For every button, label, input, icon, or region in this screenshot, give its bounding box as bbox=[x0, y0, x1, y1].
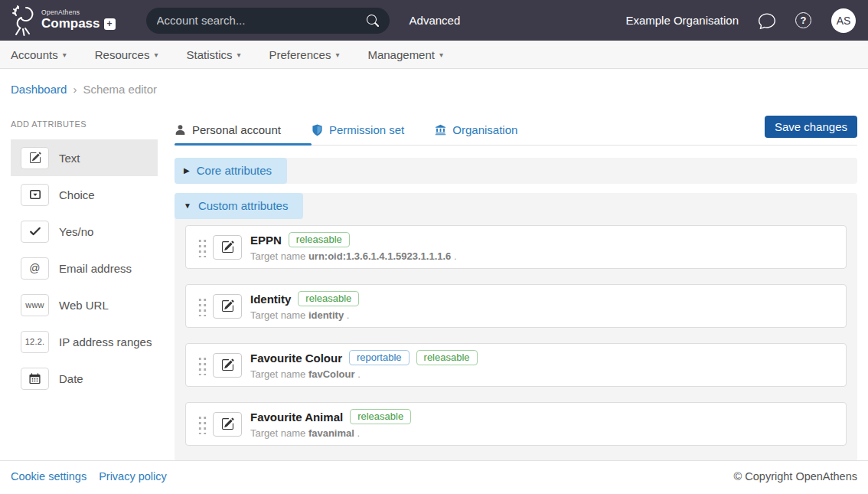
person-icon bbox=[175, 124, 186, 136]
releasable-badge: releasable bbox=[416, 350, 478, 365]
pencil-square-icon bbox=[21, 147, 49, 169]
user-avatar[interactable]: AS bbox=[831, 8, 856, 33]
attribute-name: Favourite Animal bbox=[250, 411, 343, 424]
sidebar-item-label: Date bbox=[59, 372, 83, 385]
tab-organisation[interactable]: Organisation bbox=[435, 115, 548, 145]
sidebar-item-label: IP address ranges bbox=[59, 335, 152, 348]
drag-handle-icon[interactable] bbox=[197, 414, 207, 434]
check-icon bbox=[21, 221, 49, 243]
cookie-settings-link[interactable]: Cookie settings bbox=[11, 470, 86, 483]
nav-preferences[interactable]: Preferences▾ bbox=[269, 48, 340, 61]
target-name-line: Target name favColour . bbox=[250, 368, 478, 380]
bank-icon bbox=[435, 124, 446, 136]
account-search-box[interactable] bbox=[146, 8, 390, 34]
attribute-name: Identity bbox=[250, 293, 291, 306]
reportable-badge: reportable bbox=[349, 350, 410, 365]
help-icon[interactable]: ? bbox=[795, 12, 811, 28]
save-changes-button[interactable]: Save changes bbox=[765, 116, 857, 138]
chevron-down-icon: ▾ bbox=[154, 51, 158, 59]
openathens-owl-logo-icon bbox=[9, 5, 37, 37]
target-name-line: Target name urn:oid:1.3.6.1.4.1.5923.1.1… bbox=[250, 250, 457, 262]
chevron-down-icon: ▾ bbox=[439, 51, 443, 59]
chat-icon[interactable] bbox=[759, 12, 775, 29]
attribute-card-favourite-colour: Favourite Colour reportable releasable T… bbox=[185, 343, 847, 387]
attribute-name: Favourite Colour bbox=[250, 352, 342, 365]
nav-management[interactable]: Management▾ bbox=[367, 48, 443, 61]
account-search-input[interactable] bbox=[157, 14, 367, 27]
target-name-line: Target name identity . bbox=[250, 309, 359, 321]
chevron-down-icon: ▾ bbox=[335, 51, 339, 59]
chevron-down-icon: ▾ bbox=[237, 51, 240, 59]
sidebar-item-text[interactable]: Text bbox=[11, 139, 158, 176]
custom-attributes-panel: ▼ Custom attributes EPPN releasable bbox=[175, 193, 857, 461]
edit-attribute-button[interactable] bbox=[213, 353, 242, 378]
releasable-badge: releasable bbox=[289, 232, 350, 247]
core-attributes-panel: ▶ Core attributes bbox=[175, 158, 857, 184]
expanded-arrow-icon: ▼ bbox=[184, 201, 191, 210]
ip-range-icon: 12.2. bbox=[21, 331, 49, 353]
at-sign-icon: @ bbox=[21, 257, 49, 280]
edit-attribute-button[interactable] bbox=[213, 294, 242, 319]
nav-resources[interactable]: Resources▾ bbox=[95, 48, 158, 61]
sidebar-item-email[interactable]: @ Email address bbox=[11, 250, 158, 286]
www-icon: www bbox=[21, 294, 49, 316]
shield-icon bbox=[312, 124, 323, 136]
custom-attributes-toggle[interactable]: ▼ Custom attributes bbox=[175, 193, 303, 219]
drag-handle-icon[interactable] bbox=[197, 355, 207, 375]
edit-attribute-button[interactable] bbox=[213, 412, 242, 437]
sidebar-item-web-url[interactable]: www Web URL bbox=[11, 286, 158, 323]
page-footer: Cookie settings Privacy policy © Copyrig… bbox=[0, 460, 868, 494]
releasable-badge: releasable bbox=[298, 291, 359, 306]
schema-tabs: Personal account Permission set Organ bbox=[175, 115, 857, 146]
sidebar-item-yesno[interactable]: Yes/no bbox=[11, 213, 158, 250]
attribute-card-favourite-animal: Favourite Animal releasable Target name … bbox=[185, 402, 847, 446]
search-icon[interactable] bbox=[367, 15, 379, 27]
core-attributes-toggle[interactable]: ▶ Core attributes bbox=[175, 158, 287, 184]
sidebar-heading: ADD ATTRIBUTES bbox=[11, 119, 158, 129]
top-header: OpenAthens Compass + Advanced Example Or… bbox=[0, 0, 868, 41]
sidebar-item-label: Text bbox=[59, 152, 80, 165]
add-attributes-sidebar: ADD ATTRIBUTES Text Choice bbox=[11, 115, 158, 397]
main-navbar: Accounts▾ Resources▾ Statistics▾ Prefere… bbox=[0, 41, 868, 69]
schema-editor-main: Personal account Permission set Organ bbox=[175, 115, 857, 461]
collapsed-arrow-icon: ▶ bbox=[184, 166, 190, 175]
custom-attributes-list: EPPN releasable Target name urn:oid:1.3.… bbox=[175, 219, 857, 461]
sidebar-item-label: Email address bbox=[59, 262, 132, 275]
breadcrumb-current: Schema editor bbox=[83, 83, 157, 96]
sidebar-item-date[interactable]: Date bbox=[11, 360, 158, 397]
brand-compass: Compass bbox=[41, 17, 100, 31]
edit-attribute-button[interactable] bbox=[213, 235, 242, 260]
plus-badge-icon: + bbox=[104, 18, 116, 30]
releasable-badge: releasable bbox=[350, 409, 411, 424]
target-name-line: Target name favanimal . bbox=[250, 427, 411, 439]
select-box-icon bbox=[21, 184, 49, 206]
attribute-card-identity: Identity releasable Target name identity… bbox=[185, 284, 847, 328]
sidebar-item-label: Choice bbox=[59, 188, 95, 201]
drag-handle-icon[interactable] bbox=[197, 296, 207, 316]
breadcrumb-dashboard-link[interactable]: Dashboard bbox=[11, 83, 67, 96]
nav-statistics[interactable]: Statistics▾ bbox=[186, 48, 240, 61]
chevron-down-icon: ▾ bbox=[63, 51, 67, 59]
sidebar-item-label: Yes/no bbox=[59, 225, 93, 238]
copyright-text: © Copyright OpenAthens bbox=[734, 470, 857, 483]
privacy-policy-link[interactable]: Privacy policy bbox=[99, 470, 167, 483]
breadcrumb-separator-icon: › bbox=[73, 83, 77, 96]
sidebar-item-label: Web URL bbox=[59, 299, 109, 312]
openathens-compass-logo[interactable]: OpenAthens Compass + bbox=[9, 5, 116, 37]
tab-permission-set[interactable]: Permission set bbox=[312, 115, 435, 145]
calendar-icon bbox=[21, 368, 49, 390]
advanced-search-link[interactable]: Advanced bbox=[410, 14, 461, 27]
sidebar-item-choice[interactable]: Choice bbox=[11, 176, 158, 213]
sidebar-item-ip-ranges[interactable]: 12.2. IP address ranges bbox=[11, 323, 158, 360]
tab-personal-account[interactable]: Personal account bbox=[175, 115, 312, 145]
breadcrumb: Dashboard › Schema editor bbox=[0, 69, 868, 115]
drag-handle-icon[interactable] bbox=[197, 237, 207, 257]
organisation-name: Example Organisation bbox=[625, 14, 739, 27]
attribute-name: EPPN bbox=[250, 234, 282, 247]
nav-accounts[interactable]: Accounts▾ bbox=[11, 48, 67, 61]
attribute-card-eppn: EPPN releasable Target name urn:oid:1.3.… bbox=[185, 225, 847, 269]
